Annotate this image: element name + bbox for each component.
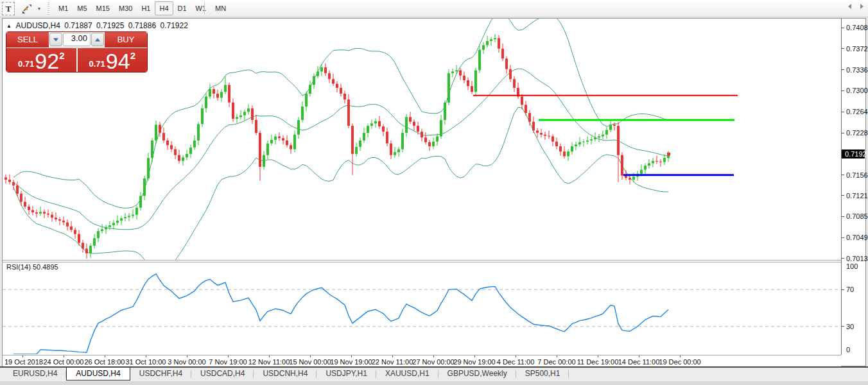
buy-price-big: 94 (106, 51, 130, 71)
chart-tab-usdcad-h4[interactable]: USDCAD,H4 (191, 368, 254, 381)
timeframe-button-m30[interactable]: M30 (114, 1, 137, 15)
current-price-tag: 0.71922 (842, 150, 865, 158)
rsi-axis-label: 0 (846, 346, 850, 354)
time-axis-label: 12 Nov 11:00 (248, 358, 290, 366)
price-axis-label: 0.71560 (846, 171, 868, 179)
time-axis-tick (22, 355, 23, 357)
chart-title: ▲ AUDUSD,H4 0.71887 0.71925 0.71886 0.71… (6, 21, 190, 30)
toolbar-separator (204, 2, 205, 15)
price-axis-tick (842, 216, 844, 217)
sell-price-big: 92 (35, 51, 59, 71)
timeframe-button-m1[interactable]: M1 (54, 1, 73, 15)
time-axis-tick (680, 355, 681, 357)
buy-price-panel[interactable]: 0.71942 (78, 48, 148, 72)
timeframe-button-w1[interactable]: W1 (191, 1, 211, 15)
chart-collapse-icon[interactable]: ▲ (6, 23, 12, 29)
chart-tab-usdcnh-h4[interactable]: USDCNH,H4 (254, 368, 317, 381)
price-axis-tick (842, 195, 844, 196)
chart-tab-audusd-h4[interactable]: AUDUSD,H4 (66, 368, 130, 381)
timeframe-button-m5[interactable]: M5 (73, 1, 91, 15)
time-axis-label: 19 Oct 2018 (4, 358, 43, 366)
price-axis-label: 0.72640 (846, 108, 868, 116)
cursor-tool-dropdown-caret[interactable]: ▾ (35, 2, 43, 15)
time-axis-tick (64, 355, 64, 357)
sell-price-panel[interactable]: 0.71922 (6, 48, 76, 72)
sell-price-frac: 2 (59, 46, 64, 65)
time-axis-tick (146, 355, 146, 357)
metatrader-window: { "toolbar": { "text_tool_label": "T", "… (0, 0, 868, 385)
price-axis-label: 0.71210 (846, 192, 868, 200)
volume-field[interactable]: 3.00 (63, 33, 91, 46)
price-axis-tick (842, 69, 844, 70)
time-axis-label: 19 Dec 00:00 (659, 358, 700, 366)
ohlc-high: 0.71925 (96, 21, 124, 30)
time-axis-label: 14 Dec 11:00 (618, 358, 660, 366)
timeframe-button-h1[interactable]: H1 (137, 1, 155, 15)
chart-tab-bar: EURUSD,H4AUDUSD,H4USDCHF,H4USDCAD,H4USDC… (0, 368, 868, 381)
time-axis-label: 3 Nov 00:00 (168, 358, 205, 366)
buy-button[interactable]: BUY (105, 32, 147, 47)
time-axis-tick (639, 355, 639, 357)
rsi-indicator-label: RSI(14) 50.4895 (6, 263, 58, 271)
buy-price-prefix: 0.71 (89, 58, 105, 71)
text-label-tool-button[interactable]: T (2, 2, 15, 15)
time-axis-tick (269, 355, 270, 357)
price-axis[interactable]: 0.71922 0.740800.737200.733600.730000.72… (841, 19, 865, 355)
chart-tab-eurusd-h4[interactable]: EURUSD,H4 (4, 368, 66, 381)
rsi-axis-tick (842, 289, 844, 290)
time-axis-tick (105, 355, 105, 357)
tab-scroll-left-button[interactable] (846, 3, 854, 10)
time-axis-tick (433, 355, 434, 357)
volume-decrease-button[interactable] (49, 33, 62, 46)
time-axis-label: 7 Dec 00:00 (537, 358, 575, 366)
price-axis-label: 0.73000 (846, 87, 868, 94)
price-axis-label: 0.74080 (846, 24, 868, 31)
ohlc-open: 0.71887 (64, 21, 92, 30)
time-axis-label: 22 Nov 11:00 (372, 358, 413, 366)
chart-tab-gbpusd-weekly[interactable]: GBPUSD,Weekly (438, 368, 516, 381)
time-axis-tick (392, 355, 393, 357)
rsi-axis-label: 70 (846, 286, 854, 293)
chart-tab-usdjpy-h1[interactable]: USDJPY,H1 (317, 368, 376, 381)
price-axis-label: 0.70850 (846, 212, 868, 220)
sell-price-prefix: 0.71 (18, 58, 34, 71)
time-axis-label: 26 Oct 18:00 (85, 358, 125, 366)
time-axis-label: 4 Dec 11:00 (497, 358, 535, 366)
volume-control: 3.00 (49, 32, 105, 47)
cursor-arrows-icon[interactable] (19, 2, 35, 15)
time-axis-label: 15 Nov 00:00 (289, 358, 331, 366)
price-axis-tick (842, 237, 844, 238)
time-axis[interactable]: 19 Oct 201824 Oct 00:0026 Oct 18:0031 Oc… (3, 355, 841, 367)
price-axis-tick (842, 175, 844, 175)
top-toolbar: T ▾ M1M5M15M30H1H4D1W1MN (0, 0, 868, 17)
time-axis-label: 24 Oct 00:00 (44, 358, 84, 366)
chart-symbol-timeframe: AUDUSD,H4 (16, 21, 60, 30)
chart-tab-sp500-h1[interactable]: SP500,H1 (516, 368, 569, 381)
price-axis-label: 0.70130 (846, 255, 868, 262)
volume-increase-button[interactable] (91, 33, 104, 46)
time-axis-tick (310, 355, 311, 357)
price-axis-tick (842, 112, 844, 112)
time-axis-tick (187, 355, 187, 357)
time-axis-tick (516, 355, 516, 357)
one-click-trading-widget: SELL 3.00 BUY 0.71922 0.71942 (6, 31, 148, 73)
timeframe-button-d1[interactable]: D1 (173, 1, 191, 15)
time-axis-tick (474, 355, 475, 357)
chart-tab-xauusd-h1[interactable]: XAUUSD,H1 (376, 368, 438, 381)
rsi-axis-label: 100 (846, 262, 858, 270)
chart-tab-usdchf-h4[interactable]: USDCHF,H4 (130, 368, 191, 381)
time-axis-label: 11 Dec 19:00 (577, 358, 619, 366)
timeframe-button-m15[interactable]: M15 (92, 1, 114, 15)
toolbar-grip (48, 3, 49, 15)
price-axis-label: 0.73360 (846, 66, 868, 74)
timeframe-button-h4[interactable]: H4 (155, 1, 173, 15)
pane-divider[interactable] (3, 260, 865, 262)
price-axis-tick (842, 28, 844, 28)
timeframe-button-mn[interactable]: MN (211, 1, 230, 15)
sell-button[interactable]: SELL (6, 32, 49, 47)
chart-window: ▲ AUDUSD,H4 0.71887 0.71925 0.71886 0.71… (2, 18, 866, 366)
tab-scroll-right-button[interactable] (858, 3, 865, 10)
time-axis-label: 29 Nov 19:00 (453, 358, 495, 366)
price-axis-tick (842, 48, 844, 49)
price-axis-label: 0.70490 (846, 234, 868, 241)
